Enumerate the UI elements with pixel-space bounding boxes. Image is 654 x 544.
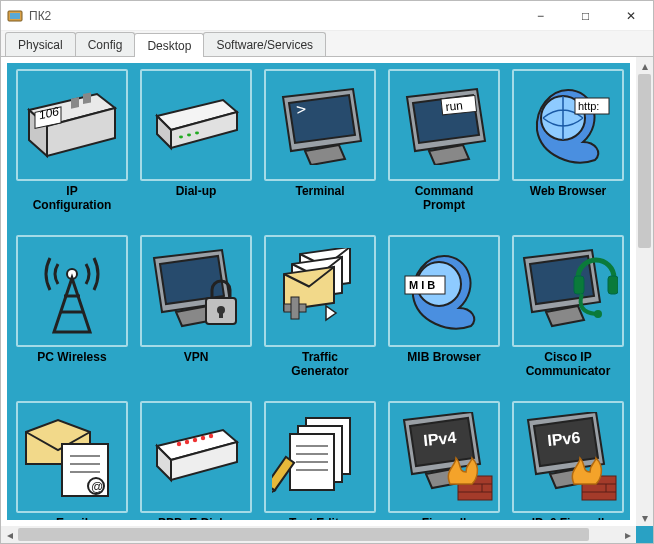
app-label: Web Browser <box>530 185 606 199</box>
titlebar: ПК2 − □ ✕ <box>1 1 653 31</box>
svg-text:IPv6: IPv6 <box>547 429 582 449</box>
tab-bar: Physical Config Desktop Software/Service… <box>1 31 653 57</box>
window-controls: − □ ✕ <box>518 1 653 30</box>
scroll-track[interactable] <box>18 526 619 543</box>
svg-text:>: > <box>295 99 307 119</box>
scrollbar-vertical[interactable]: ▴ ▾ <box>636 57 653 526</box>
svg-rect-49 <box>574 276 584 294</box>
app-traffic: Traffic Generator <box>261 235 379 395</box>
app-label: IP Configuration <box>33 185 112 213</box>
svg-point-14 <box>195 132 199 135</box>
scroll-down-icon[interactable]: ▾ <box>636 509 653 526</box>
app-label: Firewall <box>422 517 467 520</box>
dialup-icon[interactable] <box>140 69 252 181</box>
app-mib: M I B MIB Browser <box>385 235 503 395</box>
scrollbar-horizontal[interactable]: ◂ ▸ <box>1 526 653 543</box>
svg-rect-8 <box>83 92 91 104</box>
svg-point-62 <box>177 442 181 446</box>
app-grid: 106 IP Configuration Dial-up > Terminal … <box>7 63 630 520</box>
scroll-thumb[interactable] <box>18 528 589 541</box>
app-web: http: Web Browser <box>509 69 627 229</box>
svg-rect-41 <box>291 297 299 319</box>
terminal-icon[interactable]: > <box>264 69 376 181</box>
svg-text:run: run <box>445 98 464 114</box>
pppoe-icon[interactable] <box>140 401 252 513</box>
scroll-track[interactable] <box>636 74 653 509</box>
cisco-ip-icon[interactable] <box>512 235 624 347</box>
svg-marker-42 <box>326 306 336 320</box>
svg-rect-36 <box>219 310 223 318</box>
desktop-area: 106 IP Configuration Dial-up > Terminal … <box>7 63 630 520</box>
svg-rect-7 <box>71 97 79 109</box>
svg-point-13 <box>187 134 191 137</box>
app-label: MIB Browser <box>407 351 480 365</box>
app-terminal: > Terminal <box>261 69 379 229</box>
svg-text:IPv4: IPv4 <box>423 429 458 449</box>
app-pppoe: PPPoE Dialer <box>137 401 255 520</box>
texteditor-icon[interactable] <box>264 401 376 513</box>
svg-text:http:: http: <box>578 100 599 112</box>
svg-point-51 <box>594 310 602 318</box>
svg-rect-1 <box>10 13 20 19</box>
tab-desktop[interactable]: Desktop <box>134 33 204 57</box>
app-label: PPPoE Dialer <box>158 517 234 520</box>
ip-config-icon[interactable]: 106 <box>16 69 128 181</box>
app-icon <box>7 8 23 24</box>
app-cisco-ip: Cisco IP Communicator <box>509 235 627 395</box>
maximize-button[interactable]: □ <box>563 1 608 30</box>
scroll-right-icon[interactable]: ▸ <box>619 526 636 543</box>
app-email: @ Email <box>13 401 131 520</box>
svg-point-63 <box>185 440 189 444</box>
email-icon[interactable]: @ <box>16 401 128 513</box>
app-firewall: IPv4 Firewall <box>385 401 503 520</box>
web-icon[interactable]: http: <box>512 69 624 181</box>
window-title: ПК2 <box>29 9 518 23</box>
app-wireless: PC Wireless <box>13 235 131 395</box>
app-label: Traffic Generator <box>291 351 348 379</box>
svg-marker-32 <box>160 256 224 304</box>
wireless-icon[interactable] <box>16 235 128 347</box>
app-vpn: VPN <box>137 235 255 395</box>
content-pane: 106 IP Configuration Dial-up > Terminal … <box>1 57 653 543</box>
scroll-up-icon[interactable]: ▴ <box>636 57 653 74</box>
svg-point-66 <box>209 434 213 438</box>
svg-text:@: @ <box>91 480 103 494</box>
scroll-left-icon[interactable]: ◂ <box>1 526 18 543</box>
app-label: Command Prompt <box>415 185 474 213</box>
app-label: PC Wireless <box>37 351 106 365</box>
tab-physical[interactable]: Physical <box>5 32 76 56</box>
traffic-icon[interactable] <box>264 235 376 347</box>
svg-marker-28 <box>54 278 90 332</box>
app-window: ПК2 − □ ✕ Physical Config Desktop Softwa… <box>0 0 654 544</box>
tab-software-services[interactable]: Software/Services <box>203 32 326 56</box>
app-label: VPN <box>184 351 209 365</box>
app-dialup: Dial-up <box>137 69 255 229</box>
svg-point-12 <box>179 136 183 139</box>
app-label: Cisco IP Communicator <box>526 351 611 379</box>
app-cmd: run Command Prompt <box>385 69 503 229</box>
svg-rect-50 <box>608 276 618 294</box>
app-texteditor: Text Editor <box>261 401 379 520</box>
mib-icon[interactable]: M I B <box>388 235 500 347</box>
svg-text:M I B: M I B <box>409 279 435 291</box>
cmd-icon[interactable]: run <box>388 69 500 181</box>
app-label: Text Editor <box>289 517 351 520</box>
app-firewall6: IPv6 IPv6 Firewall <box>509 401 627 520</box>
app-label: Dial-up <box>176 185 217 199</box>
scroll-corner <box>636 526 653 543</box>
vpn-icon[interactable] <box>140 235 252 347</box>
svg-point-65 <box>201 436 205 440</box>
app-ip-config: 106 IP Configuration <box>13 69 131 229</box>
tab-config[interactable]: Config <box>75 32 136 56</box>
app-label: Terminal <box>295 185 344 199</box>
app-label: Email <box>56 517 88 520</box>
app-label: IPv6 Firewall <box>532 517 605 520</box>
minimize-button[interactable]: − <box>518 1 563 30</box>
firewall6-icon[interactable]: IPv6 <box>512 401 624 513</box>
scroll-thumb[interactable] <box>638 74 651 248</box>
firewall-icon[interactable]: IPv4 <box>388 401 500 513</box>
svg-point-64 <box>193 438 197 442</box>
close-button[interactable]: ✕ <box>608 1 653 30</box>
